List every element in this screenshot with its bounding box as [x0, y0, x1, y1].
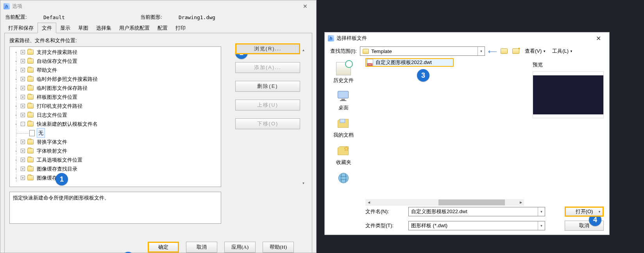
help-button[interactable]: 帮助(H): [263, 242, 294, 253]
tree-item-label: 支持文件搜索路径: [36, 48, 79, 57]
expand-icon[interactable]: +: [21, 149, 25, 153]
history-icon: [336, 62, 351, 75]
folder-icon: [27, 157, 34, 162]
tab-body: 搜索路径、文件名和文件位置: +支持文件搜索路径+自动保存文件位置+帮助文件+临…: [4, 33, 312, 253]
scroll-right-icon[interactable]: ▶: [517, 199, 524, 206]
tree-item[interactable]: +帮助文件: [10, 66, 221, 75]
current-config-label: 当前配置:: [5, 14, 32, 21]
tree-item[interactable]: +工具选项板文件位置: [10, 155, 221, 164]
tree-item[interactable]: +替换字体文件: [10, 137, 221, 146]
place-documents[interactable]: 我的文档: [328, 117, 359, 139]
place-history[interactable]: 历史文件: [328, 62, 359, 84]
tab-display[interactable]: 显示: [56, 23, 74, 33]
open-button[interactable]: 打开(O)▼: [565, 207, 604, 217]
move-down-button[interactable]: 下移(O): [235, 118, 300, 129]
file-list[interactable]: 自定义图形模板2022.dwt 3 ◀ ▶ 4: [362, 58, 527, 207]
tab-sketch[interactable]: 草图: [74, 23, 92, 33]
folder-icon: [27, 121, 34, 126]
new-folder-icon[interactable]: [512, 48, 520, 54]
move-up-button[interactable]: 上移(U): [235, 100, 300, 110]
chevron-down-icon[interactable]: ▼: [478, 47, 485, 55]
place-ftp[interactable]: [328, 171, 359, 186]
tree-item[interactable]: +支持文件搜索路径: [10, 48, 221, 57]
tree-item[interactable]: +自动保存文件位置: [10, 57, 221, 66]
expand-icon[interactable]: +: [21, 59, 25, 63]
tree-item[interactable]: +日志文件位置: [10, 110, 221, 119]
expand-icon[interactable]: +: [21, 113, 25, 117]
close-icon[interactable]: ✕: [297, 0, 313, 12]
tree-item[interactable]: +图像缓存查找目录: [10, 164, 221, 173]
chevron-down-icon[interactable]: ▼: [538, 207, 545, 216]
tree-item[interactable]: +图像缓存目录: [10, 173, 221, 182]
file-dialog-body: 历史文件 桌面 我的文档 收藏夹: [325, 58, 609, 207]
tree-item-label: 快速新建的默认模板文件名: [36, 119, 99, 128]
current-config-value: Default: [43, 14, 137, 20]
tree-item-label: 临时图形文件保存路径: [36, 84, 89, 93]
ok-button[interactable]: 确定: [148, 242, 179, 253]
close-icon[interactable]: ✕: [590, 32, 606, 44]
expand-icon[interactable]: -: [21, 122, 25, 126]
tree-item-label: 自动保存文件位置: [36, 57, 79, 66]
cancel-button[interactable]: 取消: [186, 242, 217, 253]
tree-item[interactable]: +临时外部参照文件搜索路径: [10, 75, 221, 84]
expand-icon[interactable]: +: [21, 95, 25, 99]
tree-item[interactable]: -快速新建的默认模板文件名: [10, 119, 221, 128]
tab-open-save[interactable]: 打开和保存: [4, 23, 38, 33]
expand-icon[interactable]: +: [21, 158, 25, 162]
tree-item[interactable]: +字体映射文件: [10, 146, 221, 155]
expand-icon[interactable]: +: [21, 68, 25, 72]
expand-icon[interactable]: +: [21, 140, 25, 144]
scrollbar-horizontal[interactable]: ◀ ▶: [365, 199, 524, 206]
file-item-dwt[interactable]: 自定义图形模板2022.dwt: [365, 58, 454, 67]
apply-button[interactable]: 应用(A): [224, 242, 256, 253]
path-tree[interactable]: +支持文件搜索路径+自动保存文件位置+帮助文件+临时外部参照文件搜索路径+临时图…: [9, 46, 221, 187]
delete-button[interactable]: 删除(E): [235, 81, 300, 92]
tab-selection[interactable]: 选择集: [92, 23, 115, 33]
chevron-down-icon[interactable]: ▼: [538, 221, 545, 230]
folder-icon: [27, 112, 34, 118]
tree-item-label: 样板图形文件位置: [36, 93, 79, 102]
place-desktop[interactable]: 桌面: [328, 89, 359, 111]
tab-profiles[interactable]: 配置: [154, 23, 172, 33]
view-menu-button[interactable]: 查看(V)▼: [523, 46, 547, 56]
scroll-left-icon[interactable]: ◀: [365, 199, 372, 206]
scroll-thumb[interactable]: [438, 200, 505, 205]
tree-item[interactable]: +样板图形文件位置: [10, 93, 221, 102]
folder-icon: [27, 166, 34, 171]
svg-rect-1: [342, 99, 345, 100]
tab-user-system[interactable]: 用户系统配置: [115, 23, 154, 33]
current-drawing-label: 当前图形:: [140, 14, 168, 21]
folder-icon: [27, 68, 34, 73]
expand-icon[interactable]: +: [21, 176, 25, 180]
tree-item-child[interactable]: 无: [10, 128, 221, 137]
look-in-combo[interactable]: Template ▼: [360, 46, 485, 56]
tools-menu-button[interactable]: 工具(L)▼: [551, 46, 574, 56]
tab-files[interactable]: 文件: [38, 23, 56, 33]
place-favorites[interactable]: 收藏夹: [328, 144, 359, 166]
dialog-title: 选项: [12, 3, 22, 10]
tree-item[interactable]: +打印机支持文件路径: [10, 102, 221, 110]
folder-icon: [27, 175, 34, 180]
filetype-field[interactable]: 图形样板 (*.dwt) ▼: [408, 221, 545, 230]
step-badge-3: 3: [417, 69, 429, 82]
expand-icon[interactable]: +: [21, 77, 25, 81]
filename-field[interactable]: 自定义图形模板2022.dwt ▼: [408, 207, 545, 216]
tab-print[interactable]: 打印: [172, 23, 190, 33]
folder-icon: [27, 77, 34, 82]
scrollbar-vertical[interactable]: ▲ ▼: [300, 47, 307, 187]
scroll-down-icon[interactable]: ▼: [300, 180, 307, 187]
browse-button[interactable]: 浏览(R)...: [235, 43, 300, 54]
add-button[interactable]: 添加(A)...: [235, 62, 300, 73]
scroll-track[interactable]: [300, 53, 307, 180]
back-icon[interactable]: ⟵: [488, 48, 497, 55]
expand-icon[interactable]: +: [21, 86, 25, 90]
expand-icon[interactable]: +: [21, 104, 25, 108]
documents-icon: [336, 117, 351, 130]
up-folder-icon[interactable]: [500, 48, 508, 54]
expand-icon[interactable]: +: [21, 167, 25, 171]
tree-item[interactable]: +临时图形文件保存路径: [10, 84, 221, 93]
places-bar: 历史文件 桌面 我的文档 收藏夹: [325, 58, 362, 207]
scroll-up-icon[interactable]: ▲: [300, 47, 307, 53]
info-row: 当前配置: Default 当前图形: Drawing1.dwg: [0, 12, 316, 23]
expand-icon[interactable]: +: [21, 50, 25, 54]
